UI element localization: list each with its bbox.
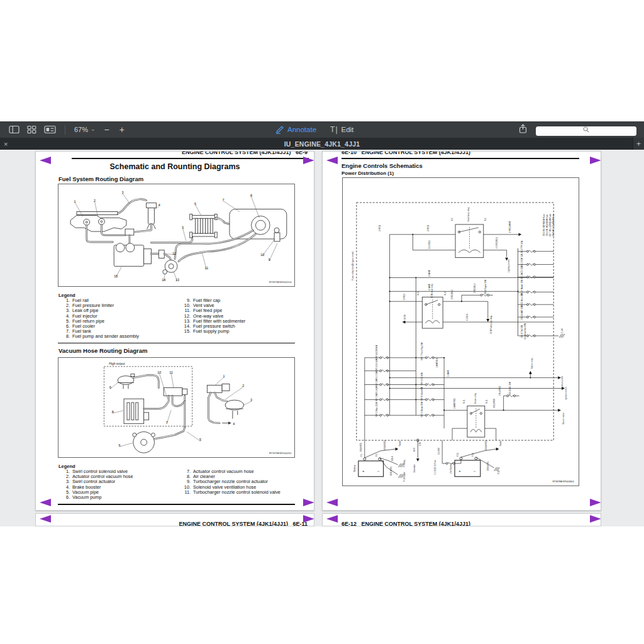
annotation-arrow-left[interactable] [326,157,338,164]
svg-text:P-5: P-5 [375,453,378,457]
svg-text:Starter: Starter [499,441,502,447]
svg-text:11: 11 [169,370,173,374]
svg-text:Lighting switch: Lighting switch [508,259,510,272]
svg-text:1 WHT/BLK: 1 WHT/BLK [436,358,438,368]
svg-text:2 RED: 2 RED [427,225,430,231]
annotation-arrow-left[interactable] [40,499,51,506]
svg-text:SBF-6 Blower 30A: SBF-6 Blower 30A [421,402,423,417]
chevron-down-icon: ⌄ [91,126,96,132]
svg-text:7: 7 [166,421,168,425]
svg-text:ECM Fuel pump relay: ECM Fuel pump relay [490,315,492,333]
svg-text:EB-5 H/L HI(RH)10A Fuse: EB-5 H/L HI(RH)10A Fuse [543,214,545,236]
svg-text:ECM: ECM [404,314,406,319]
svg-text:P-1: P-1 [360,453,363,457]
svg-text:SBF-3 ABS-2 20A: SBF-3 ABS-2 20A [375,372,378,387]
vacuum-hose-diagram: High output [58,358,294,457]
svg-text:14: 14 [162,278,165,282]
svg-text:8 BLK: 8 BLK [391,456,394,461]
vacuum-section-heading: Vacuum Hose Routing Diagram [58,347,147,354]
search-field [536,125,636,135]
annotation-arrow-right[interactable] [590,499,601,506]
svg-text:9: 9 [109,386,111,389]
svg-text:Blower motor: Blower motor [562,413,565,425]
annotation-arrow-left[interactable] [326,499,338,506]
svg-text:P-18: P-18 [497,470,500,474]
edit-button[interactable]: T| Edit [330,125,353,134]
svg-text:Starter: Starter [399,441,401,447]
svg-text:SBF-2 ABS-1 40A: SBF-2 ABS-1 40A [375,387,378,402]
svg-text:10: 10 [260,253,264,257]
svg-text:8: 8 [112,410,114,414]
svg-text:P-6 Body: P-6 Body [403,460,406,467]
svg-text:1: 1 [74,199,75,203]
svg-text:Ignition switch: Ignition switch [561,375,564,388]
vacuum-diagram-code: RTW78ESF000201 [269,452,292,455]
page-left: ENGINE CONTROL SYSTEM (4JK1/4JJ1) 6E-9 S… [35,151,314,511]
svg-text:P-10 Engine: P-10 Engine [403,472,406,482]
pdf-viewer-window: 67% ⌄ − + Annotate T| Edit [0,121,644,526]
annotate-button[interactable]: Annotate [275,126,316,134]
svg-text:7: 7 [223,198,225,202]
svg-text:Heater relay: Heater relay [474,392,477,404]
svg-text:X-12: X-12 [417,291,419,296]
section-divider [58,343,295,343]
svg-text:E-90: E-90 [419,442,421,446]
contact-sheet-view-button[interactable] [40,123,60,136]
zoom-out-button[interactable]: − [99,125,114,135]
svg-text:EB-8 H/L LO(LH)10A Fuse: EB-8 H/L LO(LH)10A Fuse [552,214,555,236]
search-icon [583,126,589,133]
svg-text:SBF-7 Front Fog 20A: SBF-7 Front Fog 20A [421,343,423,360]
svg-text:2 RED/WHT: 2 RED/WHT [509,221,511,233]
power-distribution-schematic: Fuse relay box(Engine room)2 RED2 RED0.5… [343,178,579,486]
svg-text:EB-4 Engine 15A: EB-4 Engine 15A [484,280,487,294]
svg-text:EB-7 H/L LO(RH)10A Fuse: EB-7 H/L LO(RH)10A Fuse [549,214,552,236]
annotation-arrow-right[interactable] [303,499,314,506]
fuel-legend-left: 1.Fuel rail2.Fuel pressure limiter3.Leak… [61,298,139,340]
sidebar-toggle-button[interactable] [5,123,23,136]
annotation-arrow-right[interactable] [590,515,601,523]
svg-text:ECM main relay: ECM main relay [431,284,433,298]
svg-text:−: − [474,469,476,473]
svg-text:3 BLU/RED: 3 BLU/RED [493,399,496,408]
svg-text:X-6: X-6 [451,218,453,221]
high-output-label: High output [109,362,125,365]
annotation-arrow-right[interactable] [590,157,601,164]
annotation-arrow-left[interactable] [40,515,51,523]
annotation-arrow-left[interactable] [326,515,338,523]
document-viewport[interactable]: ENGINE CONTROL SYSTEM (4JK1/4JJ1) 6E-9 S… [0,150,644,526]
svg-text:C-36: C-36 [561,328,564,333]
svg-text:3: 3 [250,398,252,402]
svg-text:P-15: P-15 [457,453,459,457]
page-next-right-partial: 6E-12 ENGINE CONTROL SYSTEM (4JK1/4JJ1) [322,513,601,526]
svg-text:2 RED: 2 RED [379,225,381,231]
svg-text:4: 4 [233,422,235,426]
svg-text:2 RED/BLU: 2 RED/BLU [474,284,476,293]
svg-text:EB-10 Tail 15A: EB-10 Tail 15A [521,325,523,338]
svg-text:5: 5 [182,226,184,230]
new-tab-button[interactable]: + [633,138,644,150]
thumbnails-view-button[interactable] [23,123,40,136]
svg-text:EB-15 Horn 10A: EB-15 Horn 10A [521,293,523,307]
annotation-arrow-left[interactable] [40,157,51,164]
svg-text:5: 5 [199,438,201,441]
share-button[interactable] [519,124,527,136]
svg-text:SBF-4 ECM 40A: SBF-4 ECM 40A [375,345,378,359]
svg-text:EB-2 ECM 15A: EB-2 ECM 15A [521,254,523,267]
text-edit-icon: T| [330,125,338,134]
zoom-level-dropdown[interactable]: 67% ⌄ [70,126,99,133]
legend-item: 8.Fuel pump and sender assembly [61,334,139,339]
svg-text:4: 4 [158,203,160,207]
page-header: ENGINE CONTROL SYSTEM (4JK1/4JJ1) 6E-11 [179,521,308,526]
tab-title[interactable]: IU_ENGINE_4JK1_4JJ1 [0,140,644,148]
svg-text:X-11: X-11 [463,399,465,403]
annotation-arrow-right[interactable] [303,157,314,164]
fuel-section-heading: Fuel System Routing Diagram [58,175,143,182]
page-header: ENGINE CONTROL SYSTEM (4JK1/4JJ1) 6E-9 [182,151,308,155]
zoom-in-button[interactable]: + [114,125,130,135]
svg-text:0.3 RED/BLU: 0.3 RED/BLU [496,237,498,248]
fuel-legend-right: 9.Fuel filler cap10.Vent valve11.Fuel fe… [182,298,245,334]
annotation-arrow-right[interactable] [303,515,314,523]
svg-text:6: 6 [119,443,121,447]
svg-text:Generator: Generator [413,464,416,472]
legend-item: 6.Vacuum pump [61,495,133,500]
